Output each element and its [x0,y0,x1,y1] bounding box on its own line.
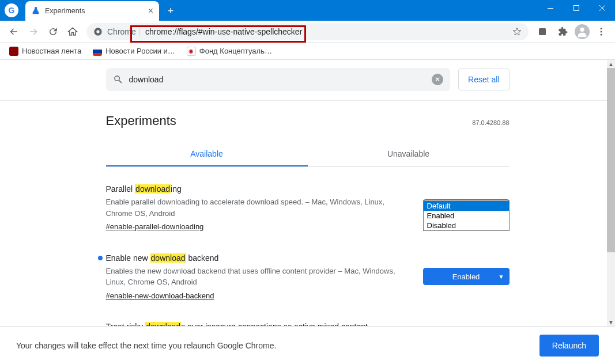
tab-unavailable[interactable]: Unavailable [308,142,510,166]
forward-button[interactable] [24,22,43,41]
flag-title: Treat risky downloads over insecure conn… [106,321,510,326]
clear-search-icon[interactable]: ✕ [432,74,443,85]
flag-tabs: Available Unavailable [106,142,510,167]
close-tab-icon[interactable]: × [148,6,153,16]
chevron-down-icon: ▼ [499,274,504,280]
relaunch-message: Your changes will take effect the next t… [16,341,276,350]
svg-point-7 [601,31,602,32]
flag-row: Parallel downloadingEnable parallel down… [106,167,510,236]
flag-row: Treat risky downloads over insecure conn… [106,305,510,326]
address-bar[interactable]: Chrome | chrome://flags/#win-use-native-… [86,23,529,40]
svg-rect-4 [539,28,546,35]
bookmark-favicon [93,47,102,56]
dropdown-option[interactable]: Disabled [424,221,509,230]
home-button[interactable] [63,22,82,41]
bookmark-favicon: ◉ [187,47,196,56]
url-chip: Chrome [107,27,136,36]
window-controls [537,0,615,16]
extensions-puzzle-icon[interactable] [554,22,572,41]
reload-button[interactable] [44,22,62,41]
flag-select[interactable]: Enabled▼ [423,268,510,285]
site-info-icon[interactable] [93,27,103,36]
flag-description: Enables the new download backend that us… [106,266,412,288]
version-label: 87.0.4280.88 [472,119,509,126]
bookmark-item[interactable]: Новости России и… [88,44,180,58]
flask-icon [31,6,40,16]
extension-icon[interactable] [533,22,552,41]
flags-search-input[interactable]: download ✕ [106,68,451,91]
search-query: download [129,75,164,84]
new-tab-button[interactable]: + [163,3,179,19]
title-bar: G Experiments × + [0,0,615,21]
svg-point-6 [601,28,602,29]
flag-title: Enable new download backend [106,252,412,264]
relaunch-button[interactable]: Relaunch [539,335,599,357]
browser-toolbar: Chrome | chrome://flags/#win-use-native-… [0,21,615,43]
svg-point-5 [580,27,584,31]
relaunch-bar: Your changes will take effect the next t… [0,326,615,364]
close-window-button[interactable] [589,0,615,16]
reset-all-button[interactable]: Reset all [458,69,509,90]
dropdown-option[interactable]: Enabled [424,211,509,221]
flag-hash-link[interactable]: #enable-new-download-backend [106,290,214,302]
flag-row: Enable new download backendEnables the n… [106,236,510,305]
tab-title: Experiments [45,7,85,15]
flag-description: Enable parallel downloading to accelerat… [106,196,412,219]
svg-rect-0 [548,8,553,9]
scroll-down-button[interactable]: ▼ [607,318,615,326]
search-icon [113,74,123,85]
scroll-up-button[interactable]: ▲ [607,60,615,68]
bookmarks-bar: Новостная лента Новости России и… ◉ Фонд… [0,43,615,60]
browser-tab[interactable]: Experiments × [25,1,159,21]
modified-dot-icon [98,256,103,260]
bookmark-favicon [9,47,18,56]
flag-title: Parallel downloading [106,183,412,195]
flag-dropdown: DefaultEnabledDisabled [423,200,510,231]
back-button[interactable] [5,22,23,41]
tab-strip: Experiments × + [25,1,179,21]
bookmark-star-icon[interactable] [512,27,522,36]
google-icon: G [5,3,18,17]
svg-point-8 [601,33,602,35]
scrollbar-track[interactable]: ▲ ▼ [607,60,615,326]
profile-avatar[interactable] [575,24,590,39]
bookmark-item[interactable]: ◉ Фонд Концептуаль… [182,44,277,58]
bookmark-item[interactable]: Новостная лента [5,44,86,58]
menu-button[interactable] [592,22,610,41]
url-text: chrome://flags/#win-use-native-spellchec… [145,27,512,36]
flag-hash-link[interactable]: #enable-parallel-downloading [106,221,204,233]
dropdown-option[interactable]: Default [424,201,509,211]
svg-point-3 [96,30,99,33]
tab-available[interactable]: Available [106,142,308,166]
minimize-button[interactable] [537,0,563,16]
maximize-button[interactable] [563,0,589,16]
page-content: ▲ ▼ download ✕ Reset all Experiments 87.… [0,60,615,326]
scrollbar-thumb[interactable] [607,68,615,252]
svg-rect-1 [574,6,579,11]
page-title: Experiments [106,113,176,128]
